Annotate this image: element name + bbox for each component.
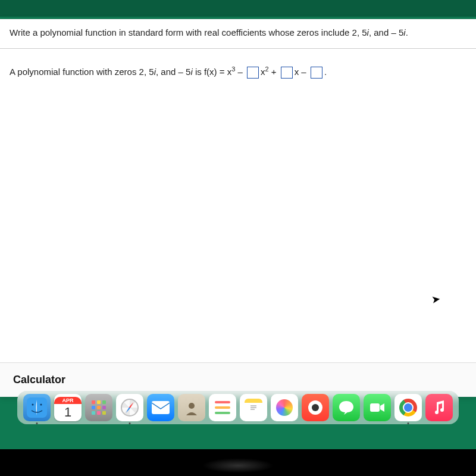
question-prefix: Write a polynomial function in standard … — [10, 27, 367, 37]
svg-point-4 — [189, 403, 195, 409]
input-box-3[interactable] — [311, 67, 322, 79]
answer-prefix: A polynomial function with zeros 2, 5 — [10, 67, 154, 77]
facetime-icon[interactable] — [364, 394, 391, 421]
photobooth-icon[interactable] — [302, 394, 329, 421]
question-text: Write a polynomial function in standard … — [0, 19, 476, 49]
safari-icon[interactable] — [116, 394, 143, 421]
launchpad-icon[interactable] — [85, 394, 112, 421]
messages-icon[interactable] — [333, 394, 360, 421]
cursor-icon: ➤ — [431, 292, 441, 306]
notes-icon[interactable] — [240, 394, 267, 421]
svg-rect-3 — [152, 401, 170, 414]
dock: APR 1 — [17, 391, 459, 424]
input-box-1[interactable] — [247, 67, 259, 79]
svg-point-1 — [32, 404, 34, 406]
answer-area: A polynomial function with zeros 2, 5i, … — [0, 49, 476, 362]
svg-rect-5 — [370, 403, 380, 412]
chrome-icon[interactable] — [394, 394, 422, 421]
calendar-icon[interactable]: APR 1 — [54, 394, 82, 421]
problem-window: Write a polynomial function in standard … — [0, 19, 476, 397]
mail-icon[interactable] — [147, 394, 174, 421]
music-icon[interactable] — [425, 394, 453, 421]
photos-icon[interactable] — [271, 394, 298, 421]
svg-point-2 — [40, 404, 42, 406]
contacts-icon[interactable] — [178, 394, 205, 421]
input-box-2[interactable] — [281, 67, 293, 79]
finder-icon[interactable] — [23, 394, 51, 421]
reminders-icon[interactable] — [209, 394, 236, 421]
